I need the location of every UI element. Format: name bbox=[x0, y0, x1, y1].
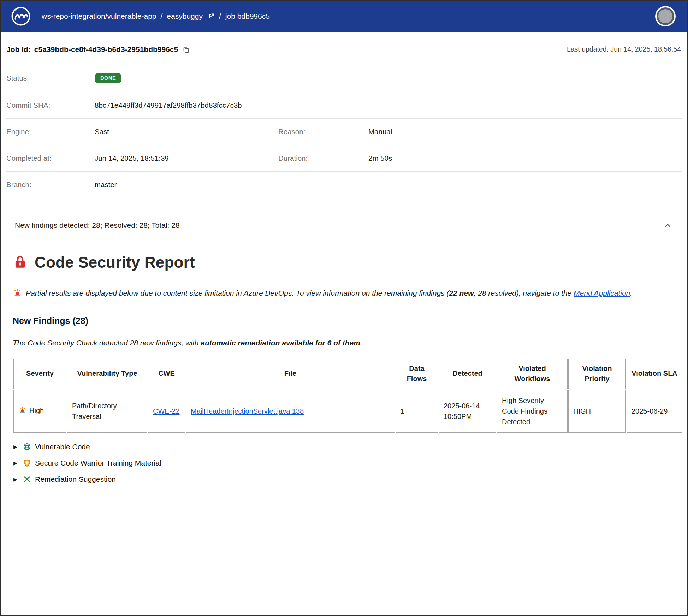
col-header-vulnerability-type: Vulnerability Type bbox=[67, 359, 147, 389]
col-header-violation-sla: Violation SLA bbox=[627, 359, 682, 389]
breadcrumb-job[interactable]: job bdb996c5 bbox=[225, 12, 270, 20]
duration-value: 2m 50s bbox=[368, 154, 682, 162]
detection-summary-text: The Code Security Check detected 28 new … bbox=[13, 339, 675, 347]
cwe-link[interactable]: CWE-22 bbox=[153, 407, 180, 415]
col-header-cwe: CWE bbox=[148, 359, 185, 389]
engine-reason-row: Engine: Sast Reason: Manual bbox=[6, 119, 682, 145]
partial-bold-count: 22 new bbox=[449, 289, 474, 297]
detected-cell: 2025-06-14 10:50PM bbox=[439, 390, 496, 433]
mend-application-link[interactable]: Mend Application bbox=[574, 289, 630, 297]
job-id-row: Job Id: c5a39bdb-ce8f-4d39-b6d3-2951bdb9… bbox=[6, 45, 682, 54]
branch-value: master bbox=[95, 180, 278, 189]
high-severity-siren-icon bbox=[18, 406, 26, 417]
breadcrumb-project[interactable]: easybuggy bbox=[167, 12, 203, 20]
partial-text-after: , 28 resolved), navigate to the bbox=[474, 289, 574, 297]
severity-value: High bbox=[29, 407, 44, 414]
status-badge: DONE bbox=[95, 73, 121, 83]
vulnerability-type-cell: Path/Directory Traversal bbox=[67, 390, 147, 433]
page: ws-repo-integration/vulnerable-app / eas… bbox=[0, 0, 688, 616]
job-id-label: Job Id: bbox=[6, 45, 31, 54]
branch-row: Branch: master bbox=[6, 172, 682, 198]
shield-icon bbox=[23, 459, 31, 467]
findings-summary-text: New findings detected: 28; Resolved: 28;… bbox=[15, 221, 180, 230]
code-security-report-section: Code Security Report Partial results are… bbox=[1, 237, 687, 498]
completed-at-value: Jun 14, 2025, 18:51:39 bbox=[95, 154, 278, 162]
reason-label: Reason: bbox=[278, 128, 368, 136]
partial-text-before: Partial results are displayed below due … bbox=[26, 289, 449, 297]
col-header-detected: Detected bbox=[439, 359, 496, 389]
engine-value: Sast bbox=[95, 128, 278, 136]
detected-bold: automatic remediation available for 6 of… bbox=[201, 339, 360, 347]
duration-label: Duration: bbox=[278, 154, 368, 162]
violated-workflows-cell: High Severity Code Findings Detected bbox=[497, 390, 568, 433]
col-header-data-flows: Data Flows bbox=[396, 359, 438, 389]
remediation-tools-icon bbox=[23, 475, 31, 483]
violation-sla-cell: 2025-06-29 bbox=[627, 390, 682, 433]
table-header-row: Severity Vulnerability Type CWE File Dat… bbox=[13, 359, 682, 389]
reason-value: Manual bbox=[368, 128, 682, 136]
status-label: Status: bbox=[6, 74, 95, 82]
col-header-violation-priority: Violation Priority bbox=[568, 359, 626, 389]
finding-detail-toggles: ▶ Vulnerable Code ▶ bbox=[13, 443, 675, 484]
partial-results-note: Partial results are displayed below due … bbox=[13, 288, 675, 301]
vulnerable-code-toggle[interactable]: ▶ Vulnerable Code bbox=[13, 443, 675, 451]
detail-label: Vulnerable Code bbox=[35, 443, 90, 451]
job-details-section: Job Id: c5a39bdb-ce8f-4d39-b6d3-2951bdb9… bbox=[1, 32, 687, 237]
last-updated-text: Last updated: Jun 14, 2025, 18:56:54 bbox=[567, 45, 682, 53]
detail-label: Remediation Suggestion bbox=[35, 475, 116, 484]
cwe-cell: CWE-22 bbox=[148, 390, 185, 433]
col-header-violated-workflows: Violated Workflows bbox=[497, 359, 568, 389]
commit-sha-value: 8bc71e449ff3d749917af298ffb37bd83fcc7c3b bbox=[95, 101, 278, 109]
new-findings-heading: New Findings (28) bbox=[13, 316, 675, 326]
report-title: Code Security Report bbox=[35, 254, 195, 271]
red-lock-icon bbox=[13, 254, 28, 271]
breadcrumb-separator: / bbox=[219, 12, 221, 20]
severity-cell: High bbox=[13, 390, 66, 433]
breadcrumb: ws-repo-integration/vulnerable-app / eas… bbox=[42, 12, 270, 20]
external-link-icon[interactable] bbox=[208, 13, 215, 20]
status-row: Status: DONE bbox=[6, 64, 682, 92]
detected-text-before: The Code Security Check detected 28 new … bbox=[13, 339, 201, 347]
user-avatar[interactable] bbox=[658, 9, 672, 23]
violation-priority-cell: HIGH bbox=[568, 390, 626, 433]
file-cell: MailHeaderInjectionServlet.java:138 bbox=[186, 390, 395, 433]
chevron-up-icon[interactable] bbox=[664, 221, 672, 230]
commit-sha-label: Commit SHA: bbox=[6, 101, 95, 109]
expand-arrow-icon[interactable]: ▶ bbox=[13, 460, 19, 466]
finding-row: High Path/Directory Traversal CWE-22 Mai… bbox=[13, 390, 682, 433]
engine-label: Engine: bbox=[6, 128, 95, 136]
siren-icon bbox=[13, 288, 22, 301]
mend-logo-icon[interactable] bbox=[11, 6, 31, 26]
top-navigation-bar: ws-repo-integration/vulnerable-app / eas… bbox=[1, 1, 687, 32]
job-id-value: c5a39bdb-ce8f-4d39-b6d3-2951bdb996c5 bbox=[34, 45, 178, 54]
findings-summary-bar[interactable]: New findings detected: 28; Resolved: 28;… bbox=[6, 212, 682, 237]
detail-label: Secure Code Warrior Training Material bbox=[35, 459, 161, 467]
branch-label: Branch: bbox=[6, 180, 95, 189]
col-header-file: File bbox=[186, 359, 395, 389]
globe-icon bbox=[23, 443, 31, 451]
copy-icon[interactable] bbox=[182, 46, 190, 53]
completed-at-label: Completed at: bbox=[6, 154, 95, 162]
data-flows-cell: 1 bbox=[396, 390, 438, 433]
file-link[interactable]: MailHeaderInjectionServlet.java:138 bbox=[191, 407, 304, 415]
expand-arrow-icon[interactable]: ▶ bbox=[13, 476, 19, 482]
completed-duration-row: Completed at: Jun 14, 2025, 18:51:39 Dur… bbox=[6, 145, 682, 172]
detected-suffix: . bbox=[360, 339, 362, 347]
col-header-severity: Severity bbox=[13, 359, 66, 389]
partial-text-suffix: . bbox=[630, 289, 632, 297]
findings-table: Severity Vulnerability Type CWE File Dat… bbox=[13, 358, 683, 433]
training-material-toggle[interactable]: ▶ Secure Code Warrior Training Material bbox=[13, 459, 675, 467]
commit-row: Commit SHA: 8bc71e449ff3d749917af298ffb3… bbox=[6, 92, 682, 119]
breadcrumb-separator: / bbox=[161, 12, 163, 20]
expand-arrow-icon[interactable]: ▶ bbox=[13, 444, 19, 450]
remediation-suggestion-toggle[interactable]: ▶ Remediation Suggestion bbox=[13, 475, 675, 484]
breadcrumb-repo[interactable]: ws-repo-integration/vulnerable-app bbox=[42, 12, 156, 20]
